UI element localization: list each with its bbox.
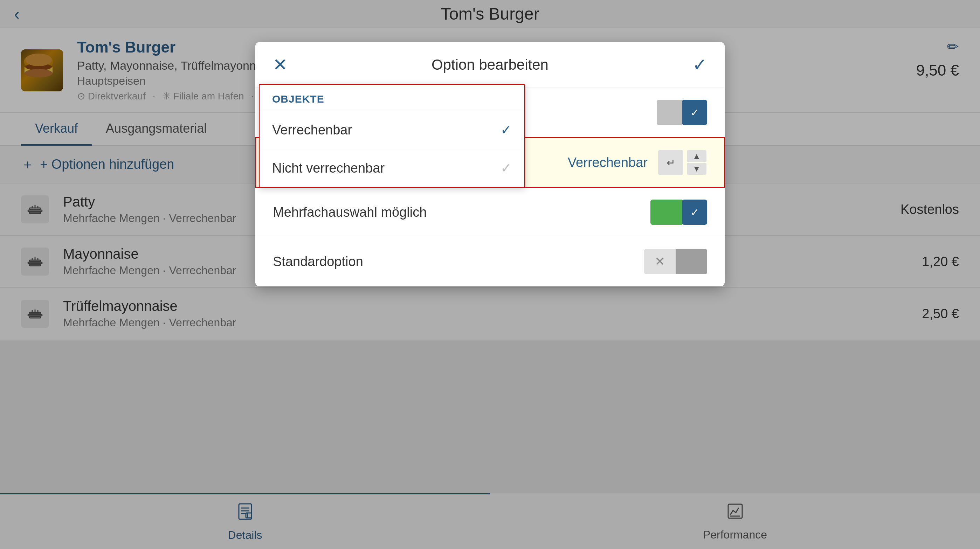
mehrfachauswahl-check[interactable]: ✓ — [682, 200, 707, 225]
modal-row-mehrfachauswahl: Mehrfachauswahl möglich ✓ — [255, 188, 725, 237]
dropdown-header: OBJEKTE — [259, 85, 524, 111]
modal-header: ✕ Option bearbeiten ✓ — [255, 42, 725, 88]
modal-title: Option bearbeiten — [431, 56, 549, 73]
dropdown-item-label-nicht: Nicht verrechenbar — [272, 161, 385, 176]
dropdown-item-verrechenbar[interactable]: Verrechenbar ✓ — [259, 111, 524, 149]
modal-confirm-button[interactable]: ✓ — [692, 55, 707, 75]
standardoption-label: Standardoption — [273, 254, 363, 269]
preismodus-controls: Verrechenbar ↵ ▲ ▼ — [568, 150, 706, 175]
toggle-x-icon: ✕ — [644, 249, 676, 274]
preismodus-spinner[interactable]: ▲ ▼ — [687, 150, 706, 175]
dropdown-objekte: OBJEKTE Verrechenbar ✓ Nicht verrechenba… — [259, 84, 525, 188]
mehrfachauswahl-label: Mehrfachauswahl möglich — [273, 205, 426, 220]
preismodus-down[interactable]: ▼ — [687, 163, 706, 175]
verwenden-check[interactable]: ✓ — [682, 100, 707, 125]
verwenden-toggle[interactable]: ✓ — [657, 100, 707, 125]
standardoption-toggle[interactable]: ✕ — [644, 249, 707, 274]
preismodus-value: Verrechenbar — [568, 155, 648, 170]
dropdown-item-label-verrechenbar: Verrechenbar — [272, 122, 352, 138]
check-icon-nicht: ✓ — [501, 160, 512, 176]
modal-close-button[interactable]: ✕ — [273, 55, 288, 75]
toggle-on-green — [651, 200, 682, 225]
modal-row-standardoption: Standardoption ✕ — [255, 237, 725, 286]
toggle-grey-bg — [676, 249, 707, 274]
check-icon-verrechenbar: ✓ — [501, 122, 512, 138]
app-container: ‹ Tom's Burger Tom's Burger Patty, Mayon… — [0, 0, 980, 340]
toggle-off-bg — [657, 100, 682, 125]
preismodus-up[interactable]: ▲ — [687, 150, 706, 162]
dropdown-item-nicht-verrechenbar[interactable]: Nicht verrechenbar ✓ — [259, 149, 524, 187]
preismodus-reset-button[interactable]: ↵ — [658, 150, 683, 175]
modal-option-bearbeiten: ✕ Option bearbeiten ✓ rwenden ✓ Preismod… — [255, 42, 725, 286]
mehrfachauswahl-toggle[interactable]: ✓ — [651, 200, 707, 225]
